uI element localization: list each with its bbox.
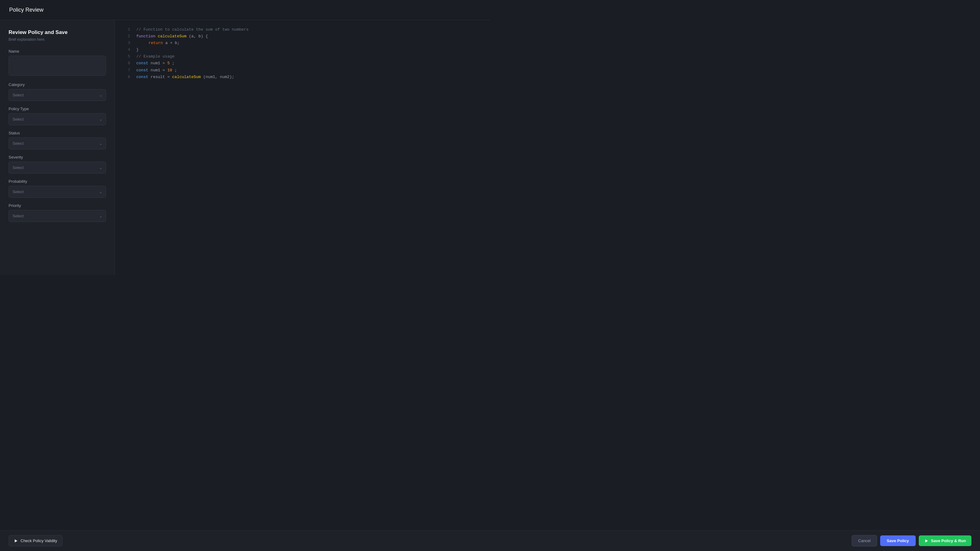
status-group: Status Select ⌄ bbox=[9, 131, 106, 149]
policy-type-select[interactable]: Select bbox=[9, 113, 106, 125]
code-content-3: return a + b; bbox=[136, 40, 180, 46]
form-title: Review Policy and Save bbox=[9, 29, 106, 35]
policy-type-select-wrapper: Select ⌄ bbox=[9, 113, 106, 125]
code-content-1: // Function to calculate the sum of two … bbox=[136, 26, 249, 33]
priority-label: Priority bbox=[9, 203, 106, 208]
category-select[interactable]: Select bbox=[9, 89, 106, 101]
code-line-5: 5 // Example usage bbox=[115, 53, 490, 60]
name-input[interactable] bbox=[9, 56, 106, 76]
code-editor: 1 // Function to calculate the sum of tw… bbox=[115, 26, 490, 81]
probability-select-wrapper: Select ⌄ bbox=[9, 186, 106, 198]
page-title: Policy Review bbox=[0, 0, 490, 20]
policy-type-group: Policy Type Select ⌄ bbox=[9, 106, 106, 125]
line-number-7: 7 bbox=[121, 67, 130, 74]
line-number-6: 6 bbox=[121, 60, 130, 67]
code-content-8: const result = calculateSum (num1, num2)… bbox=[136, 74, 234, 81]
code-line-4: 4 } bbox=[115, 46, 490, 53]
severity-group: Severity Select ⌄ bbox=[9, 155, 106, 173]
category-group: Category Select ⌄ bbox=[9, 83, 106, 101]
category-select-wrapper: Select ⌄ bbox=[9, 89, 106, 101]
priority-select-wrapper: Select ⌄ bbox=[9, 210, 106, 222]
line-number-5: 5 bbox=[121, 53, 130, 60]
status-select[interactable]: Select bbox=[9, 137, 106, 149]
code-line-6: 6 const num1 = 5 ; bbox=[115, 60, 490, 67]
probability-group: Probability Select ⌄ bbox=[9, 179, 106, 198]
severity-label: Severity bbox=[9, 155, 106, 159]
line-number-1: 1 bbox=[121, 26, 130, 33]
priority-group: Priority Select ⌄ bbox=[9, 203, 106, 222]
line-number-4: 4 bbox=[121, 46, 130, 53]
name-label: Name bbox=[9, 49, 106, 54]
probability-label: Probability bbox=[9, 179, 106, 184]
code-line-2: 2 function calculateSum (a, b) { bbox=[115, 33, 490, 40]
name-group: Name bbox=[9, 49, 106, 77]
status-label: Status bbox=[9, 131, 106, 135]
line-number-8: 8 bbox=[121, 74, 130, 81]
severity-select-wrapper: Select ⌄ bbox=[9, 162, 106, 173]
code-content-2: function calculateSum (a, b) { bbox=[136, 33, 208, 40]
code-content-6: const num1 = 5 ; bbox=[136, 60, 175, 67]
code-editor-panel: 1 // Function to calculate the sum of tw… bbox=[115, 20, 490, 275]
form-subtitle: Brief explanation here. bbox=[9, 37, 106, 41]
code-line-7: 7 const num1 = 10 ; bbox=[115, 67, 490, 74]
code-content-7: const num1 = 10 ; bbox=[136, 67, 177, 74]
probability-select[interactable]: Select bbox=[9, 186, 106, 198]
status-select-wrapper: Select ⌄ bbox=[9, 137, 106, 149]
form-panel: Review Policy and Save Brief explanation… bbox=[0, 20, 115, 275]
code-content-5: // Example usage bbox=[136, 53, 175, 60]
category-label: Category bbox=[9, 83, 106, 87]
code-line-3: 3 return a + b; bbox=[115, 40, 490, 46]
severity-select[interactable]: Select bbox=[9, 162, 106, 173]
line-number-2: 2 bbox=[121, 33, 130, 40]
code-line-1: 1 // Function to calculate the sum of tw… bbox=[115, 26, 490, 33]
policy-type-label: Policy Type bbox=[9, 106, 106, 111]
code-content-4: } bbox=[136, 46, 139, 53]
priority-select[interactable]: Select bbox=[9, 210, 106, 222]
line-number-3: 3 bbox=[121, 40, 130, 46]
code-line-8: 8 const result = calculateSum (num1, num… bbox=[115, 74, 490, 81]
